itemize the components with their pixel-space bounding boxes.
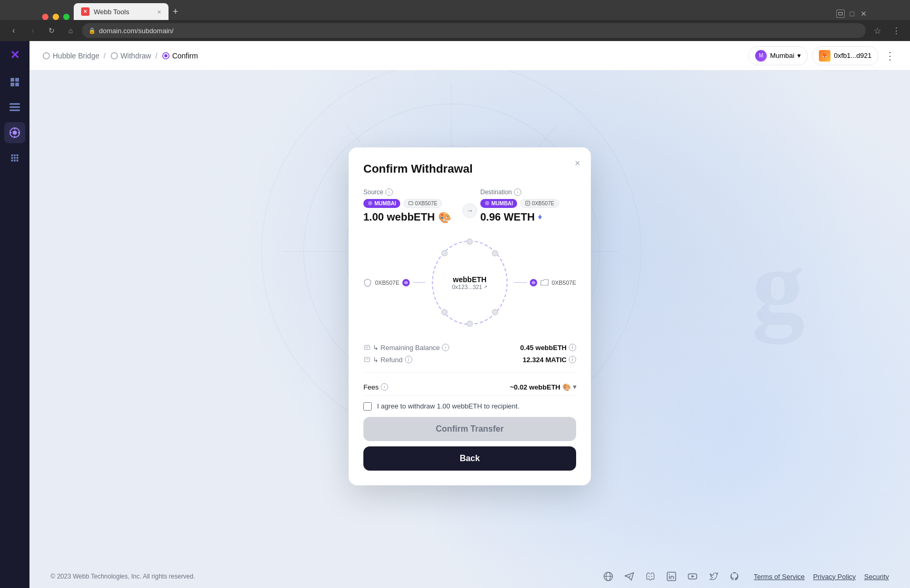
remaining-balance-row: ↳ Remaining Balance i 0.45 webbETH i: [363, 342, 576, 354]
info-section: ↳ Remaining Balance i 0.45 webbETH i: [363, 342, 576, 373]
nav-back[interactable]: ‹: [6, 23, 21, 38]
remaining-balance-value: 0.45 webbETH i: [520, 344, 576, 352]
svg-rect-44: [409, 202, 413, 205]
src-dst-row: Source i MUMBAI 0XB507E: [363, 188, 576, 224]
viz-left-line: [413, 282, 426, 283]
fees-row: Fees i ~0.02 webbETH 🎨 ▾: [363, 379, 576, 396]
svg-point-47: [485, 201, 489, 205]
modal-close-btn[interactable]: ×: [575, 158, 580, 169]
refund-icon: [363, 356, 371, 363]
confirm-withdrawal-modal: Confirm Withdrawal × Source i MUMBAI: [349, 147, 591, 485]
refund-value-info[interactable]: i: [569, 356, 576, 363]
svg-point-17: [14, 157, 16, 159]
viz-center: webbETH 0x123...321 ↗: [452, 275, 488, 290]
browser-menu[interactable]: ⋮: [889, 23, 904, 38]
svg-rect-56: [364, 357, 370, 362]
viz-circle: webbETH 0x123...321 ↗: [432, 241, 507, 325]
svg-rect-3: [15, 83, 19, 86]
svg-point-16: [11, 157, 13, 159]
destination-label: Destination i: [480, 188, 576, 196]
sidebar-item-apps[interactable]: [4, 147, 25, 168]
source-box: Source i MUMBAI 0XB507E: [363, 188, 459, 224]
svg-point-18: [16, 157, 18, 159]
source-info-icon[interactable]: i: [385, 188, 393, 196]
svg-rect-48: [526, 201, 530, 205]
refund-info-icon[interactable]: i: [405, 356, 412, 363]
agree-checkbox[interactable]: [363, 402, 372, 411]
network-visualization: 0XB507E: [363, 232, 576, 333]
destination-info-icon[interactable]: i: [514, 188, 521, 196]
svg-point-13: [11, 154, 13, 156]
svg-point-15: [16, 154, 18, 156]
modal-title: Confirm Withdrawal: [363, 162, 576, 176]
svg-point-19: [11, 160, 13, 162]
modal-overlay: Confirm Withdrawal × Source i MUMBAI: [29, 41, 910, 588]
remaining-balance-icon: [363, 344, 371, 351]
tab-title: Webb Tools: [94, 8, 129, 16]
address-bar[interactable]: 🔒 domain.com/subdomain/: [82, 23, 866, 38]
tab-close-icon[interactable]: ×: [157, 8, 161, 16]
browser-star[interactable]: ☆: [870, 23, 885, 38]
viz-dot-bottom-right: [492, 309, 498, 315]
svg-rect-6: [9, 109, 20, 111]
sidebar: ✕: [0, 41, 29, 588]
svg-rect-2: [11, 83, 14, 86]
source-amount: 1.00 webbETH 🎨: [363, 211, 459, 224]
viz-dot-top-left: [441, 250, 448, 256]
source-chain-badge: MUMBAI: [363, 199, 400, 208]
svg-point-43: [368, 201, 372, 205]
svg-point-20: [14, 160, 16, 162]
viz-center-addr: 0x123...321 ↗: [452, 284, 488, 290]
nav-forward[interactable]: ›: [25, 23, 40, 38]
viz-left-icon: [402, 279, 410, 286]
svg-rect-4: [9, 103, 20, 105]
refund-row: ↳ Refund i 12.324 MATIC i: [363, 354, 576, 366]
fees-info-icon[interactable]: i: [381, 383, 388, 391]
svg-rect-1: [15, 78, 19, 82]
agree-row: I agree to withdraw 1.00 webbETH to reci…: [363, 402, 576, 411]
refund-value: 12.324 MATIC i: [522, 356, 576, 364]
viz-right-addr: 0XB507E: [552, 280, 576, 286]
browser-address-bar-row: ‹ › ↻ ⌂ 🔒 domain.com/subdomain/ ☆ ⋮: [0, 20, 910, 41]
destination-box: Destination i MUMBAI 0XB507E: [480, 188, 576, 223]
remaining-balance-value-info[interactable]: i: [569, 344, 576, 351]
viz-right-icon: [530, 279, 537, 286]
viz-dot-top: [467, 238, 473, 245]
sidebar-item-bridge[interactable]: [4, 122, 25, 143]
svg-point-14: [14, 154, 16, 156]
viz-dot-bottom-left: [441, 309, 448, 315]
source-address-badge: 0XB507E: [403, 199, 442, 208]
agree-label[interactable]: I agree to withdraw 1.00 webbETH to reci…: [377, 402, 519, 410]
dest-chain-badge: MUMBAI: [480, 199, 517, 208]
dest-address-badge: 0XB507E: [520, 199, 559, 208]
remaining-balance-info-icon[interactable]: i: [442, 344, 449, 351]
arrow-icon: →: [459, 188, 480, 218]
sidebar-logo: ✕: [10, 49, 19, 61]
browser-chrome: ✕ Webb Tools × + □ ✕ ‹ › ↻ ⌂ 🔒 domain.co…: [0, 0, 910, 41]
svg-rect-53: [364, 345, 370, 350]
nav-refresh[interactable]: ↻: [44, 23, 59, 38]
viz-left: 0XB507E: [363, 278, 426, 287]
fees-dropdown-btn[interactable]: ▾: [573, 383, 576, 391]
viz-dot-top-right: [492, 250, 498, 256]
url-text: domain.com/subdomain/: [99, 27, 174, 35]
viz-right-line: [514, 282, 527, 283]
svg-point-8: [13, 131, 17, 135]
new-tab-btn[interactable]: +: [169, 3, 183, 20]
source-badges: MUMBAI 0XB507E: [363, 199, 459, 208]
browser-tabs: ✕ Webb Tools × + □ ✕: [0, 0, 910, 20]
fees-amount: ~0.02 webbETH: [510, 383, 560, 391]
sidebar-item-grid[interactable]: [4, 72, 25, 93]
sidebar-item-list[interactable]: [4, 97, 25, 118]
destination-badges: MUMBAI 0XB507E: [480, 199, 576, 208]
viz-dot-bottom: [467, 321, 473, 327]
active-tab[interactable]: ✕ Webb Tools ×: [74, 3, 169, 20]
viz-right: 0XB507E: [514, 278, 576, 287]
svg-rect-0: [11, 78, 14, 82]
destination-amount: 0.96 WETH ♦: [480, 211, 576, 223]
svg-point-21: [16, 160, 18, 162]
confirm-transfer-btn[interactable]: Confirm Transfer: [363, 417, 576, 441]
back-btn[interactable]: Back: [363, 446, 576, 471]
source-label: Source i: [363, 188, 459, 196]
nav-home[interactable]: ⌂: [63, 23, 78, 38]
